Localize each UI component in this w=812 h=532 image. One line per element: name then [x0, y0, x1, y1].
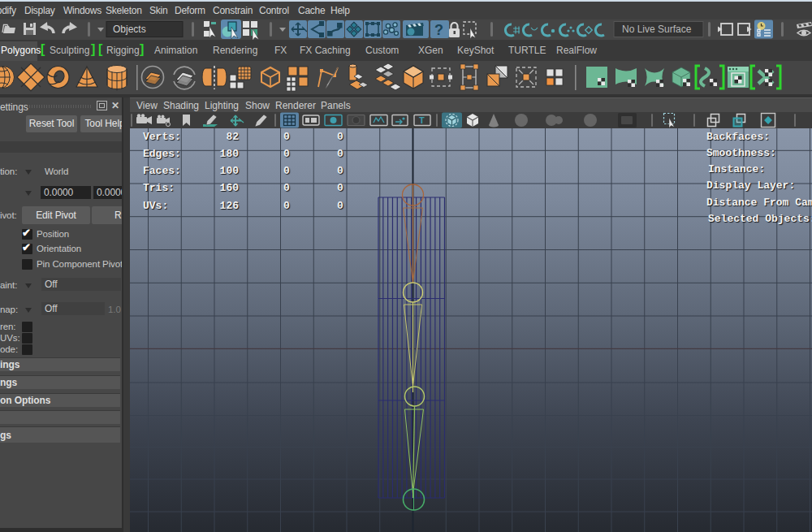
svg-text:?: ? [434, 22, 443, 38]
svg-text:Objects: Objects [113, 24, 146, 35]
svg-text:No Live Surface: No Live Surface [622, 24, 692, 35]
svg-text:T: T [419, 115, 425, 125]
